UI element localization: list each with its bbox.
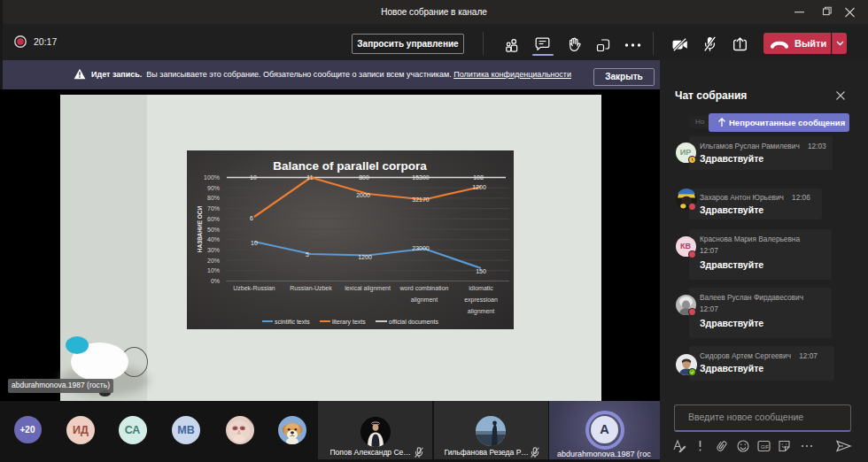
svg-text:80%: 80% [207,195,220,201]
svg-text:GIF: GIF [761,444,770,450]
svg-text:15300: 15300 [412,174,430,181]
svg-text:10%: 10% [207,267,220,273]
svg-text:1200: 1200 [472,184,486,190]
svg-text:23000: 23000 [412,245,430,251]
svg-text:10: 10 [250,174,257,181]
svg-text:word combination: word combination [399,285,449,291]
svg-text:Russian-Uzbek: Russian-Uzbek [290,285,332,291]
svg-text:expressioan: expressioan [464,296,498,304]
svg-text:1200: 1200 [358,254,372,260]
svg-text:alignment: alignment [411,296,438,304]
svg-text:20%: 20% [207,258,220,264]
svg-text:literary texts: literary texts [332,319,366,326]
svg-text:2000: 2000 [356,192,370,198]
svg-text:90%: 90% [207,185,220,191]
svg-text:100%: 100% [204,174,220,181]
svg-text:50%: 50% [207,227,220,233]
svg-text:40%: 40% [207,236,220,243]
svg-text:0%: 0% [211,278,220,284]
svg-text:lexical alignment: lexical alignment [345,285,391,292]
svg-text:70%: 70% [207,205,220,212]
svg-text:Balance of parallel corpora: Balance of parallel corpora [273,159,427,173]
svg-text:official documents: official documents [389,319,438,325]
svg-text:32170: 32170 [412,196,430,203]
svg-text:11: 11 [306,174,313,181]
svg-text:30%: 30% [207,247,220,253]
svg-text:6: 6 [250,215,253,221]
svg-text:alignment: alignment [468,308,494,315]
svg-text:60%: 60% [207,216,220,222]
svg-text:150: 150 [476,268,486,274]
svg-text:10: 10 [251,240,258,246]
svg-text:5: 5 [306,251,309,258]
svg-text:НАЗВАНИЕ ОСИ: НАЗВАНИЕ ОСИ [197,205,203,252]
svg-text:800: 800 [359,174,369,181]
svg-text:108: 108 [473,174,484,181]
svg-text:Uzbek-Russian: Uzbek-Russian [233,285,275,291]
svg-text:idiomatic: idiomatic [469,285,493,291]
svg-text:scintific texts: scintific texts [275,319,310,325]
